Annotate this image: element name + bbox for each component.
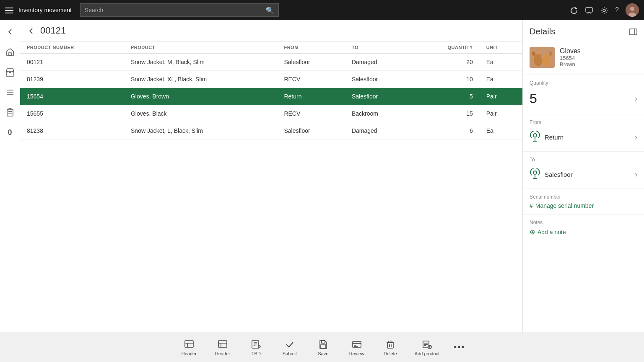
col-to: TO	[345, 41, 413, 54]
add-note-icon: ⊕	[530, 228, 535, 236]
add-note-text[interactable]: Add a note	[538, 229, 566, 235]
svg-point-24	[533, 134, 537, 137]
delete-icon	[385, 339, 395, 349]
top-bar-actions: ?	[570, 3, 639, 17]
help-icon[interactable]: ?	[615, 6, 619, 14]
to-value: Salesfloor	[545, 171, 573, 178]
sidebar-back-icon[interactable]	[2, 23, 18, 40]
svg-rect-13	[7, 109, 13, 116]
cell-product-number: 15655	[20, 105, 124, 122]
details-expand-icon[interactable]	[629, 27, 637, 36]
toolbar-review-button[interactable]: Review	[340, 335, 374, 359]
sidebar: 0	[0, 20, 20, 332]
sidebar-store-icon[interactable]	[2, 64, 18, 80]
notes-label: Notes	[530, 220, 637, 225]
from-location: Return	[530, 131, 564, 143]
svg-rect-0	[5, 8, 13, 8]
avatar[interactable]	[626, 3, 639, 17]
svg-rect-39	[387, 342, 393, 348]
search-icon: 🔍	[266, 6, 274, 14]
cell-product: Gloves, Black	[124, 105, 277, 122]
toolbar-header1-label: Header	[182, 351, 197, 356]
toolbar-delete-button[interactable]: Delete	[374, 335, 407, 359]
product-info: Gloves 15654 Brown	[560, 47, 581, 67]
cell-product-number: 15654	[20, 88, 124, 105]
svg-rect-8	[9, 53, 11, 56]
settings-icon[interactable]	[600, 5, 608, 14]
toolbar-save-button[interactable]: Save	[306, 335, 340, 359]
svg-rect-16	[629, 29, 637, 35]
inventory-table-wrapper: PRODUCT NUMBER PRODUCT FROM TO QUANTITY …	[20, 41, 522, 332]
toolbar-header1-button[interactable]: Header	[172, 335, 206, 359]
table-row[interactable]: 81239 Snow Jacket, XL, Black, Slim RECV …	[20, 71, 522, 88]
table-row[interactable]: 15655 Gloves, Black RECV Backroom 15 Pai…	[20, 105, 522, 122]
product-variant: Brown	[560, 61, 581, 67]
cell-product-number: 00121	[20, 54, 124, 71]
to-chevron-icon[interactable]: ›	[635, 170, 637, 179]
to-section: To Salesfloor ›	[523, 152, 644, 189]
toolbar-more-button[interactable]: •••	[447, 339, 472, 355]
toolbar-delete-label: Delete	[384, 351, 397, 356]
quantity-chevron-icon[interactable]: ›	[635, 94, 637, 103]
cell-to: Damaged	[345, 54, 413, 71]
quantity-value: 5	[530, 91, 537, 106]
col-product: PRODUCT	[124, 41, 277, 54]
details-header: Details	[523, 20, 644, 40]
svg-rect-1	[5, 10, 13, 11]
from-section: From Return ›	[523, 114, 644, 152]
cell-product: Snow Jacket, M, Black, Slim	[124, 54, 277, 71]
cell-to: Backroom	[345, 105, 413, 122]
from-row: Return ›	[530, 128, 637, 146]
hamburger-icon[interactable]	[5, 5, 13, 14]
cell-from: Salesfloor	[277, 122, 345, 140]
from-location-icon	[530, 131, 540, 143]
details-panel: Details	[522, 20, 644, 332]
submit-icon	[285, 339, 295, 349]
toolbar-header2-button[interactable]: Header	[206, 335, 239, 359]
table-row[interactable]: 00121 Snow Jacket, M, Black, Slim Salesf…	[20, 54, 522, 71]
table-row[interactable]: 81238 Snow Jacket, L, Black, Slim Salesf…	[20, 122, 522, 140]
toolbar-header2-label: Header	[215, 351, 230, 356]
sidebar-home-icon[interactable]	[2, 44, 18, 60]
quantity-section: Quantity 5 ›	[523, 75, 644, 114]
svg-rect-32	[252, 341, 259, 348]
cell-product: Snow Jacket, XL, Black, Slim	[124, 71, 277, 88]
quantity-label: Quantity	[530, 80, 637, 86]
cell-unit: Ea	[480, 122, 522, 140]
table-row[interactable]: 15654 Gloves, Brown Return Salesfloor 5 …	[20, 88, 522, 105]
search-input[interactable]	[85, 7, 262, 13]
serial-number-section: Serial number # Manage serial number	[523, 189, 644, 215]
sidebar-clipboard-icon[interactable]	[2, 104, 18, 121]
back-button[interactable]	[27, 26, 35, 36]
sidebar-zero-badge[interactable]: 0	[2, 124, 18, 141]
more-icon: •••	[454, 342, 465, 352]
toolbar-tbd-button[interactable]: TBD	[239, 335, 273, 359]
content-header: 00121	[20, 20, 522, 41]
product-summary: Gloves 15654 Brown	[523, 40, 644, 75]
from-label: From	[530, 119, 637, 125]
top-bar: Inventory movement 🔍 ?	[0, 0, 644, 20]
search-box[interactable]: 🔍	[80, 3, 279, 17]
review-icon	[352, 339, 362, 349]
sidebar-menu-icon[interactable]	[2, 84, 18, 101]
toolbar-add-product-label: Add product	[415, 351, 439, 356]
to-location: Salesfloor	[530, 168, 573, 180]
cell-from: RECV	[277, 105, 345, 122]
add-product-icon	[422, 339, 432, 349]
toolbar-submit-label: Submit	[283, 351, 297, 356]
cell-from: Return	[277, 88, 345, 105]
toolbar-add-product-button[interactable]: Add product	[407, 335, 447, 359]
cell-quantity: 6	[413, 122, 480, 140]
manage-serial-text[interactable]: Manage serial number	[535, 202, 594, 209]
quantity-row: 5 ›	[530, 88, 637, 109]
add-note-link[interactable]: ⊕ Add a note	[530, 228, 637, 236]
cell-quantity: 10	[413, 71, 480, 88]
chat-icon[interactable]	[585, 5, 593, 14]
cell-product-number: 81239	[20, 71, 124, 88]
cell-quantity: 5	[413, 88, 480, 105]
refresh-icon[interactable]	[570, 5, 578, 14]
from-value: Return	[545, 134, 564, 141]
manage-serial-link[interactable]: # Manage serial number	[530, 202, 637, 209]
toolbar-submit-button[interactable]: Submit	[273, 335, 306, 359]
from-chevron-icon[interactable]: ›	[635, 133, 637, 142]
